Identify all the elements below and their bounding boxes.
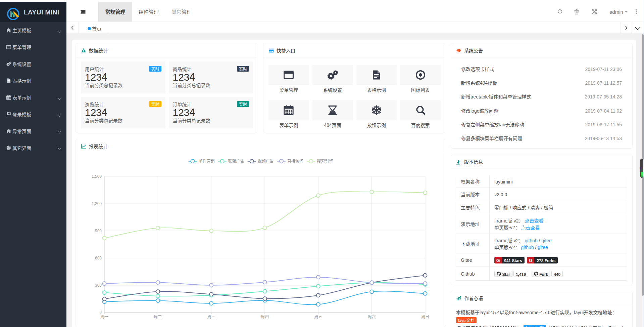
svg-text:600: 600 (95, 255, 102, 260)
svg-text:周五: 周五 (314, 314, 322, 319)
svg-text:周六: 周六 (368, 314, 376, 319)
svg-text:周日: 周日 (421, 314, 429, 319)
svg-text:视频广告: 视频广告 (258, 158, 274, 164)
svg-text:直接访问: 直接访问 (287, 158, 303, 164)
svg-text:300: 300 (95, 282, 102, 288)
svg-text:周二: 周二 (154, 314, 162, 319)
svg-text:周三: 周三 (207, 314, 215, 319)
svg-text:周四: 周四 (261, 314, 269, 319)
svg-text:900: 900 (95, 228, 102, 233)
svg-text:联盟广告: 联盟广告 (228, 158, 244, 164)
svg-text:搜索引擎: 搜索引擎 (317, 158, 333, 164)
svg-text:周一: 周一 (100, 314, 108, 319)
svg-text:1,200: 1,200 (92, 200, 102, 206)
svg-text:1,500: 1,500 (92, 173, 102, 179)
svg-text:邮件营销: 邮件营销 (198, 158, 214, 164)
